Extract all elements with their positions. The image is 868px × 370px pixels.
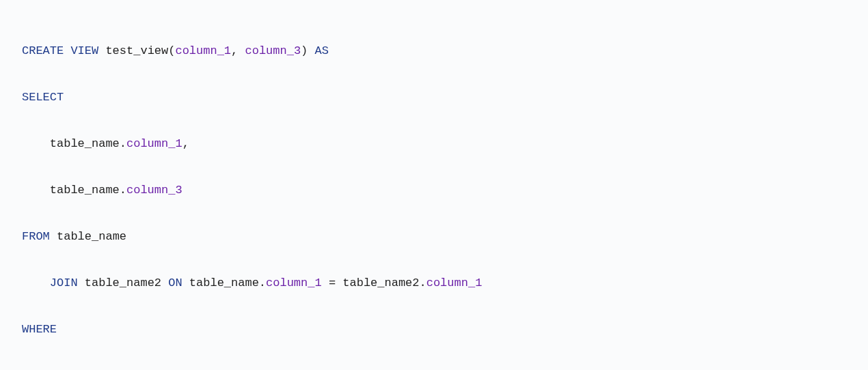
code-line-5: FROM table_name <box>22 225 846 248</box>
comma: , <box>231 44 245 57</box>
equals: = <box>322 276 343 289</box>
table-ref: table_name. <box>50 184 126 197</box>
keyword-on: ON <box>168 276 182 289</box>
column-1: column_1 <box>175 44 231 57</box>
comma: , <box>182 137 189 150</box>
paren-close: ) <box>301 44 314 57</box>
code-line-7: WHERE <box>22 318 846 341</box>
code-line-8: table_name2.column_1 = 11 AND <box>22 365 846 370</box>
table-ref: table_name. <box>50 137 126 150</box>
code-line-6: JOIN table_name2 ON table_name.column_1 … <box>22 272 846 295</box>
right-col: column_1 <box>426 276 483 289</box>
left-table: table_name. <box>182 276 266 289</box>
code-line-2: SELECT <box>22 86 846 109</box>
keyword-where: WHERE <box>22 323 57 336</box>
code-line-3: table_name.column_1, <box>22 132 846 156</box>
column-ref: column_1 <box>126 137 182 150</box>
left-col: column_1 <box>266 276 322 289</box>
code-line-1: CREATE VIEW test_view(column_1, column_3… <box>22 40 846 63</box>
keyword-select: SELECT <box>22 91 64 104</box>
paren-open: ( <box>168 44 175 57</box>
keyword-create-view: CREATE VIEW <box>22 44 98 57</box>
column-3: column_3 <box>245 44 301 57</box>
keyword-from: FROM <box>22 230 50 243</box>
column-ref: column_3 <box>126 184 182 197</box>
keyword-join: JOIN <box>50 276 78 289</box>
identifier-view-name: test_view <box>98 44 168 57</box>
table-name2: table_name2 <box>78 276 169 289</box>
table-name: table_name <box>50 230 126 243</box>
code-line-4: table_name.column_3 <box>22 179 846 202</box>
sql-code-block: CREATE VIEW test_view(column_1, column_3… <box>22 16 846 370</box>
right-table: table_name2. <box>342 276 426 289</box>
keyword-as: AS <box>315 44 329 57</box>
